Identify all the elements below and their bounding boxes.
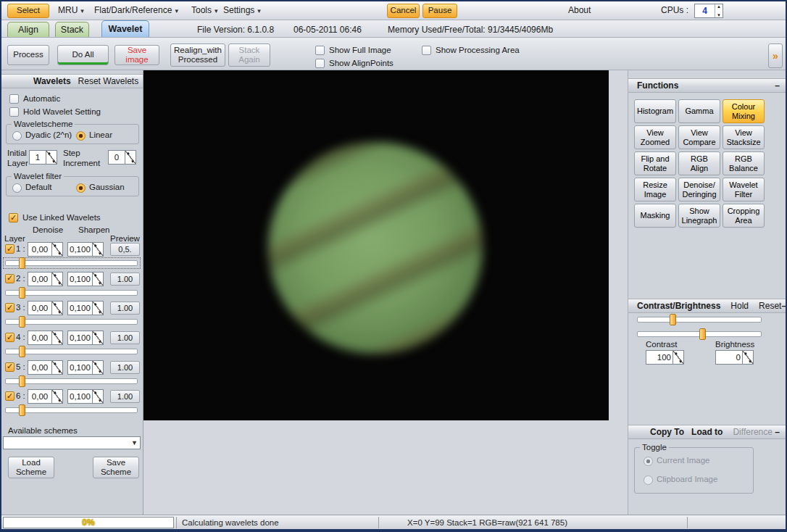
save-image-button[interactable]: Save image: [114, 45, 159, 65]
image-view[interactable]: [143, 70, 609, 420]
slider-handle[interactable]: [19, 375, 25, 387]
spinner-buttons-icon[interactable]: [52, 301, 63, 315]
fn-view-stacksize[interactable]: View Stacksize: [723, 125, 765, 149]
spinner-buttons-icon[interactable]: [93, 331, 104, 345]
stack-again-button[interactable]: Stack Again: [228, 43, 270, 67]
spinner-buttons-icon[interactable]: [93, 360, 104, 375]
fn-view-zoomed[interactable]: View Zoomed: [634, 125, 676, 149]
step-increment-field[interactable]: 0: [108, 150, 136, 165]
spinner-up-down-icon[interactable]: [715, 4, 723, 17]
denoise-field[interactable]: 0,00: [28, 301, 63, 315]
initial-layer-value[interactable]: 1: [29, 150, 46, 165]
spinner-buttons-icon[interactable]: [52, 242, 63, 257]
fn-show-linegraph[interactable]: Show Linegraph: [678, 204, 720, 228]
fn-histogram[interactable]: Histogram: [634, 99, 676, 123]
select-button[interactable]: Select: [7, 4, 49, 18]
sharpen-field[interactable]: 0,100: [67, 389, 104, 404]
sharpen-field[interactable]: 0,100: [67, 272, 104, 286]
layer-checkbox[interactable]: [5, 391, 14, 401]
spinner-buttons-icon[interactable]: [93, 301, 104, 315]
layer-preview-button[interactable]: 1.00: [110, 273, 140, 286]
copy-to-button[interactable]: Copy To: [650, 427, 684, 437]
fn-cropping-area[interactable]: Cropping Area: [723, 204, 765, 228]
fn-flip-rotate[interactable]: Flip and Rotate: [634, 151, 676, 175]
contrast-slider[interactable]: [637, 317, 762, 323]
spinner-buttons-icon[interactable]: [743, 350, 754, 365]
menu-flat-dark-reference[interactable]: Flat/Dark/Reference: [94, 5, 178, 15]
sharpen-field[interactable]: 0,100: [67, 301, 104, 315]
tab-align[interactable]: Align: [7, 22, 49, 37]
fn-resize-image[interactable]: Resize Image: [634, 178, 676, 201]
menu-tools[interactable]: Tools: [191, 5, 218, 15]
denoise-field[interactable]: 0,00: [28, 272, 63, 286]
spinner-buttons-icon[interactable]: [673, 350, 684, 365]
denoise-field[interactable]: 0,00: [28, 360, 63, 375]
reset-button[interactable]: Reset: [759, 301, 781, 311]
denoise-field[interactable]: 0,00: [28, 331, 63, 345]
save-scheme-button[interactable]: Save Scheme: [93, 457, 139, 478]
clipboard-image-radio[interactable]: [644, 475, 653, 485]
chevron-down-icon[interactable]: ▼: [129, 437, 140, 449]
dyadic-radio[interactable]: [12, 131, 22, 141]
spinner-buttons-icon[interactable]: [93, 272, 104, 286]
hold-button[interactable]: Hold: [730, 301, 749, 311]
default-filter-radio[interactable]: [12, 183, 22, 193]
layer-preview-button[interactable]: 1.00: [110, 361, 140, 374]
spinner-buttons-icon[interactable]: [52, 389, 63, 404]
minimize-icon[interactable]: –: [775, 80, 780, 91]
layer-preview-button[interactable]: 1.00: [110, 390, 140, 403]
menu-about[interactable]: About: [568, 5, 591, 15]
gaussian-filter-radio[interactable]: [76, 183, 86, 193]
layer-checkbox[interactable]: [5, 244, 14, 254]
brightness-slider[interactable]: [637, 331, 762, 337]
fn-masking[interactable]: Masking: [634, 204, 676, 228]
slider-handle[interactable]: [19, 346, 25, 357]
pause-button[interactable]: Pause: [422, 4, 457, 18]
slider-handle[interactable]: [670, 314, 676, 325]
layer-checkbox[interactable]: [5, 362, 14, 372]
layer-preview-button[interactable]: 1.00: [110, 302, 140, 315]
load-to-button[interactable]: Load to: [691, 427, 723, 437]
cpus-spinner[interactable]: 4: [694, 4, 723, 18]
show-full-image-checkbox[interactable]: [315, 46, 325, 55]
spinner-buttons-icon[interactable]: [52, 272, 63, 286]
fn-rgb-balance[interactable]: RGB Balance: [723, 151, 765, 175]
sharpen-field[interactable]: 0,100: [67, 331, 104, 345]
denoise-field[interactable]: 0,00: [28, 389, 63, 404]
spinner-buttons-icon[interactable]: [125, 150, 136, 165]
expand-panel-button[interactable]: »: [768, 43, 783, 68]
layer-preview-button[interactable]: 0,5.: [110, 243, 140, 256]
current-image-radio[interactable]: [644, 457, 653, 466]
fn-wavelet-filter[interactable]: Wavelet Filter: [723, 178, 765, 201]
layer-slider[interactable]: [5, 290, 138, 296]
initial-layer-field[interactable]: 1: [29, 150, 57, 165]
slider-handle[interactable]: [19, 257, 25, 269]
tab-wavelet[interactable]: Wavelet: [101, 20, 149, 37]
spinner-buttons-icon[interactable]: [52, 360, 63, 375]
denoise-field[interactable]: 0,00: [28, 242, 63, 257]
sharpen-field[interactable]: 0,100: [67, 360, 104, 375]
automatic-checkbox[interactable]: [9, 94, 19, 104]
layer-preview-button[interactable]: 1.00: [110, 331, 140, 344]
layer-slider[interactable]: [5, 319, 138, 325]
brightness-field[interactable]: 0: [715, 350, 754, 365]
layer-slider[interactable]: [5, 378, 138, 384]
process-button[interactable]: Process: [7, 45, 49, 65]
fn-denoise-deringing[interactable]: Denoise/ Deringing: [678, 178, 720, 201]
layer-checkbox[interactable]: [5, 303, 14, 312]
fn-colour-mixing[interactable]: Colour Mixing: [723, 99, 765, 123]
spinner-buttons-icon[interactable]: [93, 389, 104, 404]
available-schemes-select[interactable]: ▼: [3, 436, 141, 449]
realign-with-processed-button[interactable]: Realign_with Processed: [170, 43, 225, 67]
layer-slider[interactable]: [5, 407, 138, 413]
slider-handle[interactable]: [19, 404, 25, 416]
contrast-field[interactable]: 100: [646, 350, 684, 365]
difference-button[interactable]: Difference: [733, 427, 772, 437]
do-all-button[interactable]: Do All: [57, 45, 109, 65]
layer-checkbox[interactable]: [5, 333, 14, 342]
slider-handle[interactable]: [699, 328, 706, 340]
fn-rgb-align[interactable]: RGB Align: [678, 151, 720, 175]
linear-radio[interactable]: [76, 131, 86, 141]
load-scheme-button[interactable]: Load Scheme: [8, 457, 54, 478]
fn-view-compare[interactable]: View Compare: [678, 125, 720, 149]
